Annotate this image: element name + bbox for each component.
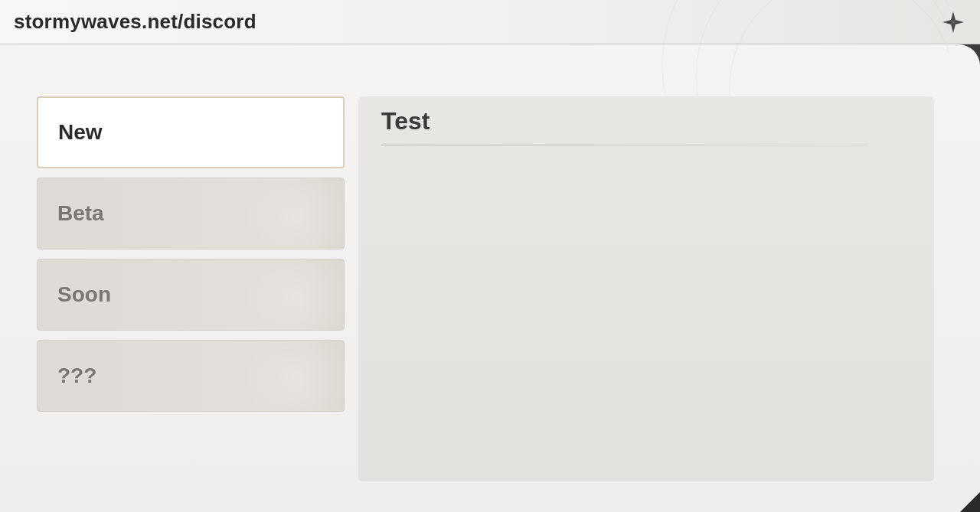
sidebar-item-beta[interactable]: Beta [37,178,345,249]
close-icon[interactable] [940,9,966,35]
sidebar-item-soon[interactable]: Soon [37,259,345,331]
header-bar: stormywaves.net/discord [0,0,980,44]
sidebar-item-new[interactable]: New [37,96,345,168]
svg-marker-2 [951,22,956,33]
main-container: New Beta Soon ??? Test [0,44,980,512]
sidebar-item-unknown[interactable]: ??? [37,340,345,412]
content-title: Test [381,107,911,135]
svg-marker-0 [951,11,956,22]
sidebar: New Beta Soon ??? [37,96,345,481]
content-divider [381,145,869,145]
page-title: stormywaves.net/discord [14,10,256,34]
sidebar-item-label: Beta [57,201,104,226]
sidebar-item-label: ??? [57,364,96,388]
sidebar-item-label: New [58,120,103,145]
content-panel: Test [358,96,934,481]
bottom-corner-decoration [960,492,980,512]
sidebar-item-label: Soon [57,282,111,307]
